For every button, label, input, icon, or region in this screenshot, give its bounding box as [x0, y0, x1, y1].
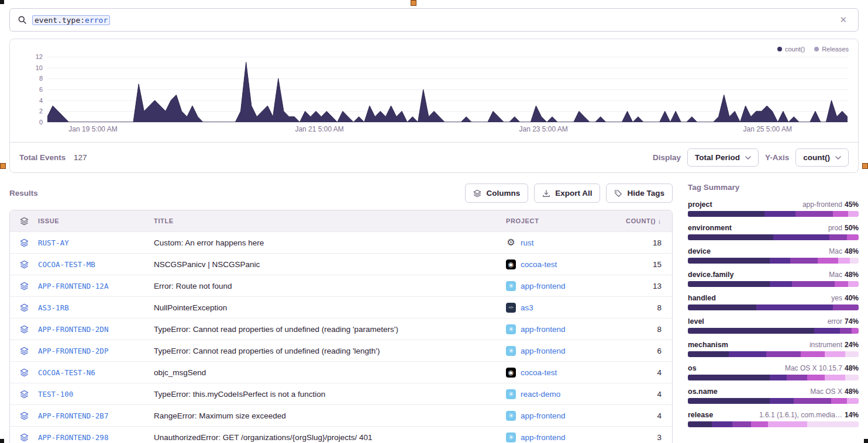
issue-link[interactable]: APP-FRONTEND-298 [38, 433, 154, 442]
tag-distribution-bar[interactable] [688, 351, 859, 357]
tag-bar-segment[interactable] [729, 351, 766, 357]
tag-distribution-bar[interactable] [688, 281, 859, 287]
tag-summary-item: release1.6.1 (1.6.1), com.media…14% [688, 411, 859, 427]
tag-bar-segment[interactable] [792, 281, 835, 287]
tag-bar-segment[interactable] [756, 304, 833, 310]
issue-link[interactable]: COCOA-TEST-MB [38, 260, 154, 269]
tag-bar-segment[interactable] [845, 375, 859, 380]
project-link[interactable]: ✳app-frontend [506, 411, 622, 421]
count-value: 8 [622, 303, 672, 312]
tag-bar-segment[interactable] [688, 351, 729, 357]
project-link[interactable]: ✳app-frontend [506, 324, 622, 334]
tag-bar-segment[interactable] [688, 328, 814, 334]
project-link[interactable]: </>as3 [506, 303, 622, 313]
tag-bar-segment[interactable] [770, 281, 792, 287]
project-link[interactable]: ◉cocoa-test [506, 368, 622, 378]
tag-distribution-bar[interactable] [688, 421, 859, 427]
tag-bar-segment[interactable] [688, 281, 770, 287]
tag-bar-segment[interactable] [794, 398, 831, 404]
tag-distribution-bar[interactable] [688, 398, 859, 404]
tag-bar-segment[interactable] [852, 328, 859, 334]
tag-bar-segment[interactable] [770, 375, 787, 380]
header-issue[interactable]: ISSUE [38, 217, 154, 224]
export-all-button[interactable]: Export All [534, 184, 600, 203]
tag-bar-segment[interactable] [770, 258, 790, 264]
issue-link[interactable]: TEST-100 [38, 390, 154, 399]
tag-distribution-bar[interactable] [688, 234, 859, 240]
tag-bar-segment[interactable] [751, 421, 768, 427]
tag-distribution-bar[interactable] [688, 258, 859, 264]
tag-bar-segment[interactable] [840, 328, 852, 334]
project-link[interactable]: ✳app-frontend [506, 346, 622, 356]
tag-bar-segment[interactable] [807, 375, 824, 380]
project-link[interactable]: ✳app-frontend [506, 281, 622, 291]
tag-name: mechanism [688, 341, 728, 349]
tag-bar-segment[interactable] [814, 328, 840, 334]
header-title[interactable]: TITLE [154, 217, 506, 224]
tag-bar-segment[interactable] [732, 421, 751, 427]
tag-bar-segment[interactable] [807, 421, 859, 427]
project-link[interactable]: ◉cocoa-test [506, 259, 622, 269]
tag-bar-segment[interactable] [768, 421, 807, 427]
tag-bar-segment[interactable] [787, 375, 807, 380]
tag-distribution-bar[interactable] [688, 328, 859, 334]
tag-bar-segment[interactable] [833, 211, 848, 217]
hide-tags-button[interactable]: Hide Tags [606, 184, 673, 203]
search-query-token[interactable]: event.type:error [32, 15, 110, 25]
tag-bar-segment[interactable] [848, 281, 859, 287]
tag-bar-segment[interactable] [773, 234, 829, 240]
tag-bar-segment[interactable] [766, 351, 800, 357]
columns-button[interactable]: Columns [465, 184, 528, 203]
project-link[interactable]: ✳app-frontend [506, 432, 622, 442]
tag-bar-segment[interactable] [688, 421, 712, 427]
tag-bar-segment[interactable] [688, 234, 773, 240]
issue-link[interactable]: AS3-1RB [38, 303, 154, 312]
header-project[interactable]: PROJECT [506, 217, 622, 224]
tag-distribution-bar[interactable] [688, 375, 859, 380]
issue-link[interactable]: APP-FRONTEND-2DP [38, 347, 154, 355]
header-count[interactable]: COUNT() ↓ [622, 217, 672, 224]
tag-bar-segment[interactable] [829, 234, 846, 240]
legend-item-count[interactable]: count() [777, 46, 805, 53]
issue-link[interactable]: APP-FRONTEND-2DN [38, 325, 154, 334]
clear-search-button[interactable]: ✕ [836, 13, 850, 26]
display-select[interactable]: Total Period [687, 148, 759, 167]
tag-bar-segment[interactable] [835, 281, 848, 287]
tag-bar-segment[interactable] [712, 421, 732, 427]
tag-bar-segment[interactable] [831, 398, 846, 404]
tag-bar-segment[interactable] [847, 398, 859, 404]
project-link[interactable]: ✳react-demo [506, 389, 622, 399]
tag-bar-segment[interactable] [833, 304, 859, 310]
issue-link[interactable]: APP-FRONTEND-2B7 [38, 411, 154, 420]
issue-link[interactable]: APP-FRONTEND-12A [38, 282, 154, 290]
tag-distribution-bar[interactable] [688, 304, 859, 310]
tag-bar-segment[interactable] [848, 211, 859, 217]
tag-summary-item: device.familyMac48% [688, 271, 859, 287]
tag-bar-segment[interactable] [688, 258, 770, 264]
crop-handle-top-left [0, 0, 4, 4]
tag-bar-segment[interactable] [801, 351, 825, 357]
legend-item-releases[interactable]: Releases [814, 46, 849, 53]
issue-stack-icon [10, 433, 38, 442]
issue-link[interactable]: COCOA-TEST-N6 [38, 368, 154, 377]
tag-bar-segment[interactable] [825, 351, 845, 357]
tag-bar-segment[interactable] [688, 304, 756, 310]
tag-bar-segment[interactable] [790, 258, 818, 264]
project-link[interactable]: ⚙rust [506, 238, 622, 248]
tag-bar-segment[interactable] [764, 211, 795, 217]
tag-bar-segment[interactable] [688, 211, 764, 217]
tag-bar-segment[interactable] [688, 398, 770, 404]
tag-bar-segment[interactable] [838, 258, 850, 264]
tag-bar-segment[interactable] [770, 398, 794, 404]
tag-bar-segment[interactable] [850, 258, 859, 264]
y-axis-select[interactable]: count() [795, 148, 849, 167]
issue-link[interactable]: RUST-AY [38, 238, 154, 247]
tag-bar-segment[interactable] [818, 258, 838, 264]
tag-bar-segment[interactable] [688, 375, 770, 380]
search-bar[interactable]: event.type:error ✕ [9, 8, 859, 32]
tag-bar-segment[interactable] [845, 351, 859, 357]
tag-distribution-bar[interactable] [688, 211, 859, 217]
tag-bar-segment[interactable] [795, 211, 833, 217]
tag-bar-segment[interactable] [847, 234, 859, 240]
tag-bar-segment[interactable] [825, 375, 845, 380]
